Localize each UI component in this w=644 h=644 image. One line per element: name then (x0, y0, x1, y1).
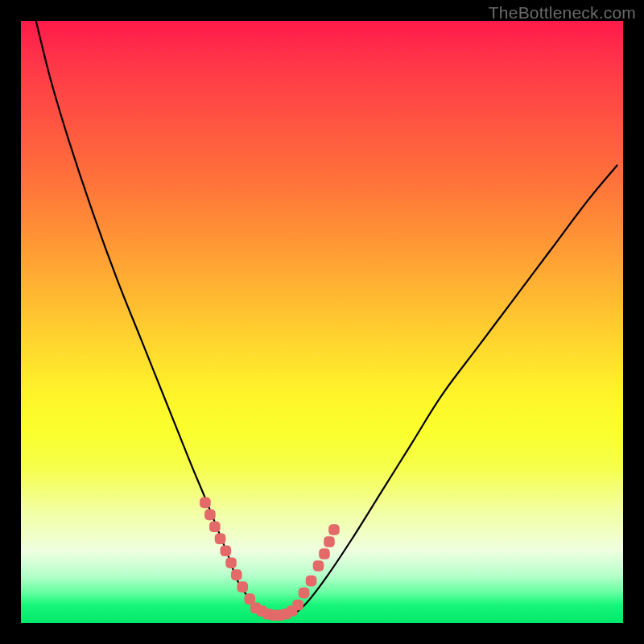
watermark-label: TheBottleneck.com (489, 3, 636, 23)
svg-rect-21 (324, 536, 335, 547)
svg-rect-4 (221, 545, 232, 556)
svg-rect-16 (292, 600, 303, 611)
svg-rect-0 (200, 497, 211, 509)
svg-rect-20 (319, 548, 330, 559)
svg-rect-6 (231, 569, 242, 580)
svg-rect-1 (204, 510, 216, 521)
trough-markers (200, 497, 340, 621)
chart-frame (21, 21, 623, 623)
svg-rect-19 (313, 560, 324, 572)
svg-rect-18 (306, 576, 317, 587)
svg-rect-5 (225, 557, 237, 568)
svg-rect-7 (237, 581, 248, 592)
chart-overlay (21, 21, 623, 623)
svg-rect-2 (209, 522, 221, 533)
svg-rect-22 (328, 524, 340, 535)
svg-rect-17 (299, 588, 310, 599)
curve-line (36, 21, 617, 618)
svg-rect-3 (215, 533, 226, 544)
